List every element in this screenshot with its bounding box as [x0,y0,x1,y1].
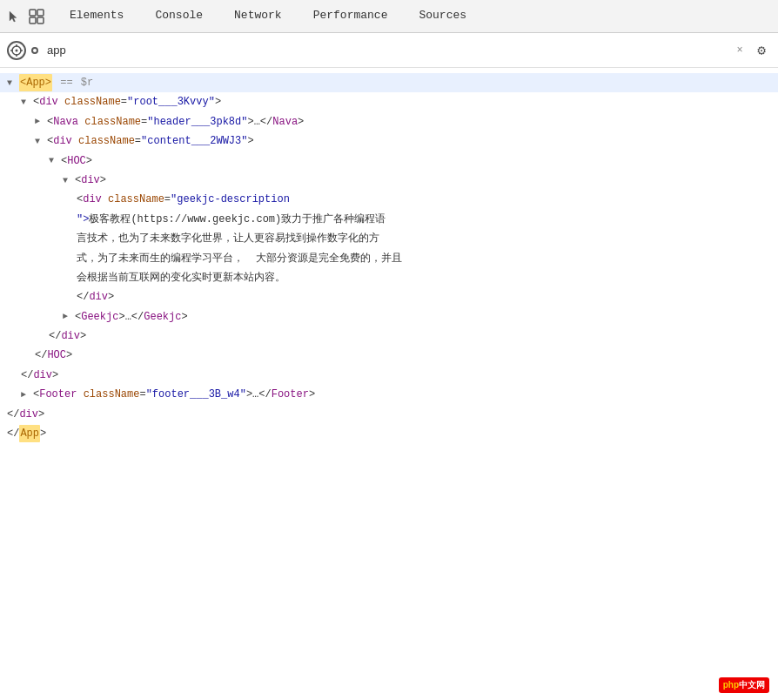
search-clear-button[interactable]: × [733,44,747,57]
punct: </ [7,425,19,442]
tab-performance[interactable]: Performance [298,0,404,32]
php-logo: php中文网 [719,677,769,693]
tag: App [19,425,40,442]
text-content: 极客教程(https://www.geekjc.com)致力于推广各种编程语 [89,211,386,228]
dom-line[interactable]: ► <Nava className="header___3pk8d">…</Na… [0,112,778,131]
expand-triangle[interactable]: ► [35,114,45,129]
dom-line[interactable]: </div> [0,366,778,385]
punct: > [40,425,46,442]
punct: > [108,288,114,306]
tag: <App> [19,74,52,91]
punct: > [215,93,221,111]
punct: = [164,191,171,208]
tag: div [81,172,100,189]
tag: div [33,367,52,384]
expand-triangle[interactable]: ► [21,387,31,402]
punct: < [47,113,53,131]
svg-rect-1 [37,10,44,16]
attr-name: className [84,113,141,131]
dom-line[interactable]: </App> [0,424,778,443]
expand-triangle[interactable]: ▼ [21,95,31,110]
punct: < [77,191,83,208]
tag: Nava [272,113,298,131]
dom-line[interactable]: ▼ <HOC> [0,151,778,171]
attr-value: "content___2WWJ3" [141,132,247,150]
dom-line[interactable]: </div> [0,326,778,346]
dom-line[interactable]: ► <Geekjc>…</Geekjc> [0,307,778,326]
dom-line[interactable]: 言技术，也为了未来数字化世界，让人更容易找到操作数字化的方 [0,229,778,248]
punct: >…</ [246,386,272,403]
attr-name: className [84,386,140,403]
expand-triangle[interactable]: ▼ [7,76,17,91]
punct [58,93,64,111]
dom-line[interactable]: 会根据当前互联网的变化实时更新本站内容。 [0,268,778,287]
dom-line[interactable]: </div> [0,405,778,424]
dom-line[interactable]: ▼ <div className="root___3Kvvy"> [0,92,778,111]
tab-sources[interactable]: Sources [403,0,482,32]
punct: </ [49,327,61,345]
dom-line[interactable]: ▼ <div> [0,171,778,190]
punct: </ [35,347,47,364]
attr-value: "header___3pk8d" [147,113,247,131]
tag: div [19,406,38,423]
dom-line[interactable]: ">极客教程(https://www.geekjc.com)致力于推广各种编程语 [0,210,778,229]
attr-value: "footer___3B_w4" [146,386,246,403]
dom-line[interactable]: </HOC> [0,346,778,365]
expand-triangle[interactable]: ► [63,309,73,324]
attr-name: className [78,132,135,150]
search-bar: × ⚙ [0,33,778,68]
punct [78,113,84,131]
tab-elements[interactable]: Elements [54,0,139,32]
dom-line[interactable]: 式，为了未来而生的编程学习平台， 大部分资源是完全免费的，并且 [0,249,778,268]
attr-value: "geekjc-description [171,191,290,208]
punct: > [247,132,253,150]
tag: div [89,288,108,306]
punct [72,132,78,150]
dom-line[interactable]: ▼ <div className="content___2WWJ3"> [0,131,778,151]
tag: div [39,93,58,111]
tag: Nava [53,113,78,131]
punct: < [75,172,81,189]
text-content: 会根据当前互联网的变化实时更新本站内容。 [77,269,285,286]
search-toggle-icon[interactable] [31,47,38,54]
punct: > [80,327,86,345]
punct: </ [7,406,19,423]
inspect-icon[interactable] [28,8,45,25]
punct: < [61,152,67,170]
tag: div [53,132,72,150]
punct: = [141,113,147,131]
tab-console[interactable]: Console [139,0,218,32]
expand-triangle[interactable]: ▼ [35,134,45,149]
tab-network[interactable]: Network [218,0,298,32]
punct: > [38,406,44,423]
tag: HOC [67,152,86,170]
attr-value: "root___3Kvvy" [127,93,215,111]
expand-triangle[interactable]: ▼ [49,153,59,168]
punct: > [309,386,315,403]
tag: HOC [47,347,66,364]
dom-line[interactable]: ► <Footer className="footer___3B_w4">…</… [0,385,778,404]
punct: >…</ [118,308,144,326]
punct: < [47,132,53,150]
punct: = [135,132,141,150]
punct: < [33,93,39,111]
cursor-icon[interactable] [5,8,23,25]
attr-name: className [64,93,121,111]
search-input[interactable] [44,44,728,57]
dom-line[interactable]: </div> [0,287,778,306]
text-content: 式，为了未来而生的编程学习平台， 大部分资源是完全免费的，并且 [77,250,402,267]
toolbar-tabs: Elements Console Network Performance Sou… [54,0,773,32]
svg-point-5 [16,49,18,51]
expand-triangle[interactable]: ▼ [63,173,73,188]
target-icon[interactable] [7,41,26,60]
dom-line[interactable]: <div className="geekjc-description [0,190,778,209]
dom-line[interactable]: ▼ <App> == $r [0,73,778,92]
punct: = [139,386,145,403]
punct: = [121,93,127,111]
tag: Geekjc [81,308,118,326]
dollar-r: $r [81,74,93,91]
devtools-toolbar: Elements Console Network Performance Sou… [0,0,778,33]
search-settings-button[interactable]: ⚙ [752,41,771,60]
equals: == [54,74,79,91]
toolbar-icons [5,8,45,25]
